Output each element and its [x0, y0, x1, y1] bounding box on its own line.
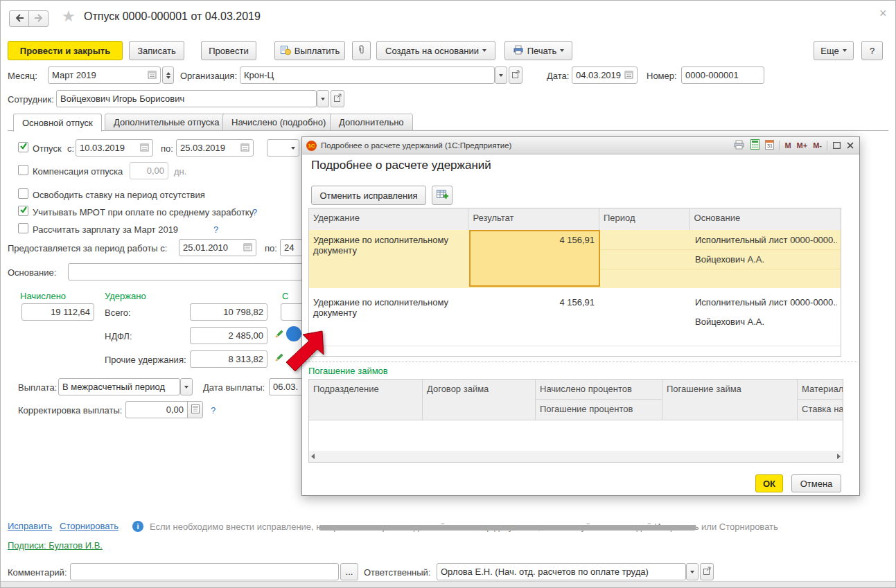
- column-header[interactable]: Период: [599, 208, 690, 230]
- employee-open-button[interactable]: [331, 90, 344, 107]
- adjustment-field[interactable]: 0,00: [125, 401, 188, 418]
- undo-corrections-button[interactable]: Отменить исправления: [311, 186, 426, 205]
- favorite-star-icon[interactable]: ★: [62, 8, 76, 26]
- deduction-cell[interactable]: Удержание по исполнительному документу: [313, 297, 463, 318]
- memory-m-minus-button[interactable]: M-: [810, 141, 825, 150]
- responsible-open-button[interactable]: [700, 563, 714, 580]
- horizontal-scrollbar[interactable]: [309, 451, 843, 462]
- vacation-checkbox[interactable]: [18, 142, 28, 152]
- print-preview-icon[interactable]: [730, 140, 748, 152]
- post-button[interactable]: Провести: [201, 41, 256, 60]
- adjustment-help-link[interactable]: ?: [211, 405, 216, 416]
- adjustment-calculator-button[interactable]: [187, 401, 203, 418]
- column-header[interactable]: Договор займа: [423, 380, 536, 420]
- ok-button[interactable]: ОК: [755, 474, 783, 492]
- column-header[interactable]: Удержание: [309, 208, 468, 230]
- window-close-icon[interactable]: ×: [879, 6, 887, 21]
- compensation-checkbox[interactable]: [18, 165, 28, 175]
- payment-dropdown-button[interactable]: [180, 378, 193, 395]
- mrot-help-link[interactable]: ?: [252, 207, 257, 217]
- calc-salary-help-link[interactable]: ?: [213, 224, 218, 235]
- dialog-close-icon[interactable]: [844, 141, 859, 151]
- tab-main-vacation[interactable]: Основной отпуск: [13, 114, 102, 132]
- column-header[interactable]: Начислено процентов: [536, 380, 662, 400]
- attachments-button[interactable]: [352, 41, 371, 60]
- table-row[interactable]: Удержание по исполнительному документу 4…: [309, 292, 841, 346]
- help-button[interactable]: ?: [861, 41, 883, 60]
- calc-salary-checkbox[interactable]: [18, 223, 28, 233]
- organization-open-button[interactable]: [509, 66, 522, 84]
- column-header[interactable]: Основание: [690, 208, 841, 230]
- fix-link[interactable]: Исправить: [8, 521, 52, 531]
- tab-additional-vacations[interactable]: Дополнительные отпуска: [105, 114, 229, 131]
- vacation-to-field[interactable]: 25.03.2019: [176, 139, 254, 157]
- mrot-checkbox[interactable]: [18, 206, 28, 216]
- month-field[interactable]: Март 2019: [48, 66, 161, 84]
- tab-accrued-detail[interactable]: Начислено (подробно): [222, 114, 335, 131]
- table-settings-button[interactable]: [432, 186, 453, 205]
- scroll-right-icon[interactable]: [837, 454, 841, 459]
- tab-additional[interactable]: Дополнительно: [330, 114, 413, 131]
- signatures-link[interactable]: Подписи: Булатов И.В.: [8, 540, 103, 551]
- more-button[interactable]: Еще: [814, 41, 854, 60]
- calendar-icon[interactable]: [148, 70, 157, 81]
- responsible-field[interactable]: Орлова Е.Н. (Нач. отд. расчетов по оплат…: [437, 563, 686, 580]
- result-cell-selected[interactable]: 4 156,91: [469, 230, 600, 287]
- basis-doc-cell[interactable]: Исполнительный лист 0000-0000...: [695, 235, 837, 245]
- back-button[interactable]: [9, 10, 29, 27]
- column-header[interactable]: Материальн: [798, 380, 843, 400]
- employee-field[interactable]: Войцехович Игорь Борисович: [56, 90, 317, 107]
- forward-button[interactable]: [28, 10, 49, 27]
- calendar-icon[interactable]: [240, 143, 249, 154]
- write-button[interactable]: Записать: [129, 41, 184, 60]
- scroll-left-icon[interactable]: [311, 454, 315, 459]
- recalculate-icon[interactable]: [286, 326, 301, 341]
- calculator-icon[interactable]: [748, 139, 762, 152]
- scrollbar-thumb[interactable]: [319, 525, 696, 531]
- date-field[interactable]: 04.03.2019: [572, 66, 638, 84]
- other-deductions-edit-pencil-icon[interactable]: [273, 353, 284, 366]
- comment-field[interactable]: [70, 563, 339, 580]
- column-header[interactable]: Погашение процентов: [536, 400, 662, 420]
- table-row[interactable]: Удержание по исполнительному документу 4…: [309, 230, 841, 288]
- number-field[interactable]: 0000-000001: [681, 66, 764, 84]
- post-and-close-button[interactable]: Провести и закрыть: [8, 41, 123, 60]
- calendar-icon[interactable]: [624, 70, 633, 81]
- basis-field[interactable]: [68, 263, 309, 280]
- payment-combo-field[interactable]: В межрасчетный период: [58, 378, 180, 395]
- basis-person-cell[interactable]: Войцехович А.А.: [695, 254, 764, 265]
- organization-dropdown-button[interactable]: [495, 66, 507, 84]
- maximize-icon[interactable]: [829, 141, 844, 151]
- print-button[interactable]: Печать: [504, 41, 572, 60]
- basis-person-cell[interactable]: Войцехович А.А.: [695, 317, 764, 327]
- organization-field[interactable]: Крон-Ц: [240, 66, 495, 84]
- reverse-link[interactable]: Сторнировать: [60, 521, 118, 531]
- vacation-from-field[interactable]: 10.03.2019: [76, 139, 153, 157]
- create-on-basis-button[interactable]: Создать на основании: [376, 41, 495, 60]
- vacation-type-combo-cut[interactable]: [267, 139, 299, 157]
- other-deductions-field[interactable]: 8 313,82: [190, 350, 267, 368]
- memory-m-button[interactable]: M: [782, 141, 793, 150]
- compensation-days-field[interactable]: 0,00: [130, 162, 168, 179]
- memory-m-plus-button[interactable]: M+: [794, 141, 811, 150]
- calendar-icon[interactable]: [243, 242, 252, 253]
- column-header[interactable]: Подразделение: [309, 380, 423, 420]
- withheld-total-field[interactable]: 10 798,82: [190, 303, 267, 321]
- release-rate-checkbox[interactable]: [18, 188, 28, 199]
- responsible-dropdown-button[interactable]: [686, 563, 699, 580]
- column-header[interactable]: Погашение займа: [662, 380, 798, 420]
- pay-button[interactable]: Выплатить: [274, 41, 345, 60]
- comment-more-button[interactable]: ...: [340, 563, 358, 580]
- result-cell[interactable]: 4 156,91: [469, 297, 595, 308]
- employee-dropdown-button[interactable]: [317, 90, 329, 107]
- calendar-31-icon[interactable]: 31: [762, 139, 777, 152]
- basis-doc-cell[interactable]: Исполнительный лист 0000-0000...: [695, 297, 837, 308]
- dialog-titlebar[interactable]: 1С Подробнее о расчете удержаний (1С:Пре…: [302, 137, 859, 154]
- column-header[interactable]: Ставка нал: [798, 400, 843, 420]
- accrued-field[interactable]: 19 112,64: [21, 303, 94, 321]
- deduction-cell[interactable]: Удержание по исполнительному документу: [313, 235, 463, 256]
- month-spinner[interactable]: [162, 66, 174, 84]
- work-period-from-field[interactable]: 25.01.2010: [179, 239, 256, 256]
- ndfl-field[interactable]: 2 485,00: [190, 327, 267, 344]
- calendar-icon[interactable]: [140, 143, 149, 154]
